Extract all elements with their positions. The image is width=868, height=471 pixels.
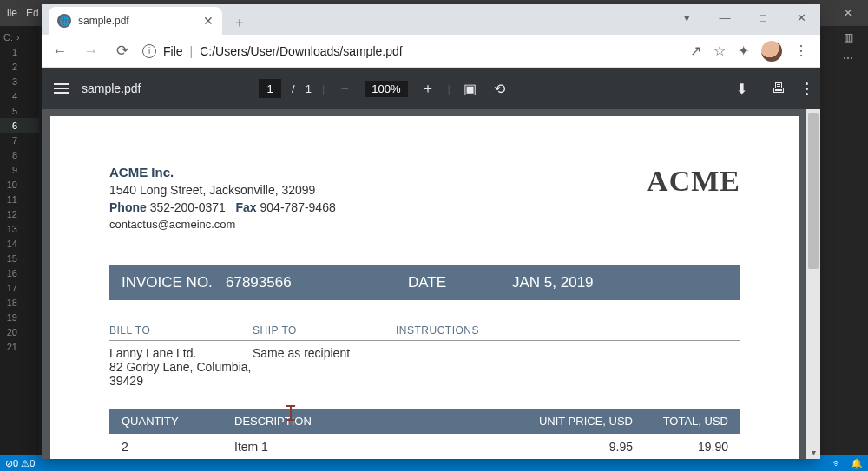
address-bar[interactable]: i File | C:/Users/User/Downloads/sample.… [142, 44, 681, 58]
nav-back-button[interactable]: ← [49, 40, 71, 62]
url-scheme-label: File [163, 44, 183, 58]
scrollbar-track[interactable]: ▴ ▾ [806, 109, 820, 459]
share-icon[interactable]: ↗ [690, 43, 701, 59]
invoice-no-label: INVOICE NO. [122, 274, 226, 291]
line-number: 19 [3, 312, 21, 323]
download-button[interactable]: ⬇ [733, 79, 752, 98]
line-number: 5 [3, 106, 21, 116]
status-bell-icon[interactable]: 🔔 [851, 458, 863, 469]
fax-label: Fax [236, 200, 257, 214]
shipto-label: SHIP TO [253, 324, 396, 341]
line-number: 20 [3, 327, 21, 337]
page-separator: / [292, 82, 295, 95]
item-unit: 9.95 [503, 440, 633, 454]
fax-value: 904-787-9468 [260, 200, 336, 214]
editor-gutter: C:› 1 2 3 4 5 6 7 8 9 10 11 12 13 14 15 … [0, 26, 39, 455]
zoom-in-button[interactable]: ＋ [418, 79, 437, 98]
globe-icon: 🌐 [57, 14, 71, 28]
line-number: 8 [3, 150, 21, 160]
line-number: 9 [3, 165, 21, 175]
window-close-button[interactable]: ✕ [782, 4, 820, 30]
bookmark-star-icon[interactable]: ☆ [713, 43, 726, 59]
page-number-input[interactable]: 1 [259, 79, 281, 98]
col-unit-price: UNIT PRICE, USD [503, 415, 633, 428]
line-number: 11 [3, 194, 21, 205]
pdf-scroll-area[interactable]: ACME Inc. 1540 Long Street, Jacksonville… [42, 109, 820, 459]
hamburger-icon[interactable] [54, 83, 69, 94]
nav-forward-button[interactable]: → [80, 40, 102, 62]
nav-reload-button[interactable]: ⟳ [111, 40, 134, 62]
company-logo: ACME [647, 165, 740, 198]
pdf-viewer: sample.pdf 1 / 1 | − 100% ＋ | ▣ ⟲ ⬇ 🖶 [42, 68, 820, 459]
pdf-filename: sample.pdf [82, 82, 141, 95]
browser-window: 🌐 sample.pdf ✕ ＋ ▾ — □ ✕ ← → ⟳ i File | … [42, 4, 820, 459]
billto-label: BILL TO [109, 324, 253, 341]
window-minimize-button[interactable]: — [706, 4, 744, 30]
url-separator: | [190, 44, 194, 58]
status-live-icon[interactable]: ᯤ [832, 458, 842, 468]
zoom-level[interactable]: 100% [365, 81, 407, 97]
item-qty: 2 [122, 440, 234, 454]
editor-menu-item[interactable]: ile [7, 7, 17, 19]
line-number: 2 [3, 62, 21, 72]
item-total: 19.90 [633, 440, 728, 454]
line-number: 15 [3, 253, 21, 264]
page-total: 1 [306, 82, 312, 95]
profile-avatar[interactable] [761, 41, 782, 62]
zoom-out-button[interactable]: − [335, 79, 354, 98]
line-number: 3 [3, 76, 21, 87]
window-maximize-button[interactable]: □ [744, 4, 782, 30]
line-number: 16 [3, 268, 21, 278]
line-number: 6 [3, 121, 21, 131]
pdf-page: ACME Inc. 1540 Long Street, Jacksonville… [50, 116, 799, 459]
browser-toolbar: ← → ⟳ i File | C:/Users/User/Downloads/s… [42, 35, 820, 68]
instructions-label: INSTRUCTIONS [396, 324, 740, 341]
editor-menu-item[interactable]: Ed [26, 7, 39, 19]
line-number: 21 [3, 342, 21, 352]
print-button[interactable]: 🖶 [769, 79, 788, 98]
item-desc: Item 1 [234, 440, 503, 454]
billto-line2: 82 Gorby Lane, Columbia, 39429 [109, 360, 253, 388]
shipto-value: Same as recipient [253, 346, 396, 388]
phone-value: 352-200-0371 [150, 200, 226, 214]
col-total: TOTAL, USD [633, 415, 728, 428]
invoice-header-bar: INVOICE NO. 67893566 DATE JAN 5, 2019 [109, 265, 740, 300]
company-email: contactus@acmeinc.com [109, 218, 336, 231]
window-restore-dropdown[interactable]: ▾ [667, 4, 706, 30]
chevron-right-icon[interactable]: › [16, 32, 20, 43]
new-tab-button[interactable]: ＋ [227, 10, 252, 35]
url-path: C:/Users/User/Downloads/sample.pdf [200, 44, 402, 58]
invoice-date-value: JAN 5, 2019 [512, 274, 594, 291]
rotate-button[interactable]: ⟲ [490, 79, 510, 98]
col-description: DESCRIPTION [234, 415, 503, 428]
company-address: 1540 Long Street, Jacksonville, 32099 [109, 183, 336, 197]
browser-tabstrip: 🌐 sample.pdf ✕ ＋ ▾ — □ ✕ [42, 4, 820, 35]
split-editor-icon[interactable]: ▥ [844, 31, 853, 43]
invoice-date-label: DATE [408, 274, 512, 291]
pdf-more-menu[interactable] [806, 82, 808, 95]
scrollbar-thumb[interactable] [808, 113, 819, 269]
chrome-menu-icon[interactable]: ⋮ [794, 43, 808, 59]
extensions-icon[interactable]: ✦ [738, 43, 749, 59]
billto-line1: Lanny Lane Ltd. [109, 346, 253, 360]
company-name: ACME Inc. [109, 165, 336, 180]
site-info-icon[interactable]: i [142, 44, 156, 58]
editor-left-label: C: [3, 32, 13, 43]
line-number: 10 [3, 180, 21, 190]
fit-page-button[interactable]: ▣ [461, 79, 480, 98]
editor-close-button[interactable]: ✕ [828, 0, 868, 26]
item-row: 2 Item 1 9.95 19.90 [109, 434, 740, 459]
line-number: 7 [3, 135, 21, 146]
col-quantity: QUANTITY [122, 415, 234, 428]
tab-close-button[interactable]: ✕ [203, 14, 214, 28]
items-header: QUANTITY DESCRIPTION UNIT PRICE, USD TOT… [109, 409, 740, 434]
browser-tab[interactable]: 🌐 sample.pdf ✕ [49, 7, 222, 35]
more-icon[interactable]: ⋯ [843, 52, 853, 64]
scroll-down-icon[interactable]: ▾ [806, 445, 820, 459]
phone-label: Phone [109, 200, 147, 214]
status-problems[interactable]: ⊘0 ⚠0 [5, 458, 35, 469]
pdf-toolbar: sample.pdf 1 / 1 | − 100% ＋ | ▣ ⟲ ⬇ 🖶 [42, 68, 820, 109]
line-number: 12 [3, 209, 21, 219]
invoice-no-value: 67893566 [226, 274, 408, 291]
line-number: 1 [3, 47, 21, 57]
